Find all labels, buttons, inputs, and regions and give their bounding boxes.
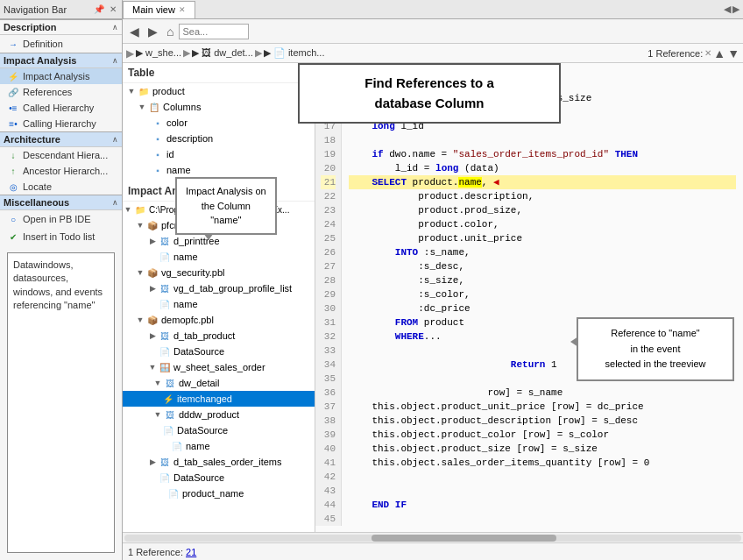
line-num-29: 29 [321, 287, 336, 301]
refs-nav-down[interactable]: ▼ [727, 46, 739, 60]
calling-hierarchy-label: Calling Hierarchy [23, 118, 96, 129]
calling-hierarchy-item[interactable]: ≡• Calling Hierarchy [0, 116, 122, 131]
itemchanged-node[interactable]: ⚡ itemchanged [123, 391, 315, 407]
open-pb-ide-item[interactable]: ○ Open in PB IDE [0, 210, 122, 228]
line-num-26: 26 [321, 245, 336, 259]
dddw-ds-node[interactable]: 📄 DataSource [123, 422, 315, 438]
dwdetail-node[interactable]: ▼ 🖼 dw_detail [123, 375, 315, 391]
architecture-section-header[interactable]: Architecture ∧ [0, 131, 122, 147]
col-id[interactable]: ▪ id [123, 146, 315, 162]
line-num-19: 19 [321, 147, 336, 161]
definition-item[interactable]: → Definition [0, 35, 122, 53]
description-section-header[interactable]: Description ∧ [0, 19, 122, 35]
descendant-hierarchy-item[interactable]: ↓ Descendant Hiera... [0, 147, 122, 163]
dprinttree-expand-icon[interactable]: ▶ [147, 237, 158, 245]
wsales-node[interactable]: ▼ 🪟 w_sheet_sales_order [123, 359, 315, 375]
tab-close-button[interactable]: ✕ [179, 5, 186, 14]
impact-analysis-item[interactable]: ⚡ Impact Analysis [0, 68, 122, 84]
breadcrumb-item-2[interactable]: ▶ 🖼 dw_det... [192, 47, 253, 59]
prodname-node[interactable]: 📄 product_name [123, 486, 315, 501]
columns-node[interactable]: ▼ 📋 Columns [123, 99, 315, 115]
breadcrumb-item-3[interactable]: ▶ 📄 itemch... [264, 47, 325, 59]
code-line-27: :s_desc, [349, 259, 736, 273]
locate-icon: ◎ [7, 181, 19, 193]
home-button[interactable]: ⌂ [163, 23, 177, 40]
dtabsales-node[interactable]: ▶ 🖼 d_tab_sales_order_items [123, 454, 315, 470]
open-pb-icon: ○ [7, 213, 19, 225]
right-panel: Main view ✕ ◀ ▶ ◀ ▶ ⌂ ▶ ▶ w_she... ▶ [123, 0, 743, 560]
col-name-icon: ▪ [151, 163, 165, 177]
wsales-expand-icon[interactable]: ▼ [147, 363, 158, 372]
vgsecurity-node[interactable]: ▼ 📦 vg_security.pbl [123, 265, 315, 280]
dwdetail-expand-icon[interactable]: ▼ [152, 379, 163, 387]
description-section-arrow: ∧ [112, 23, 118, 32]
col-id-icon: ▪ [151, 147, 165, 161]
pin-icon[interactable]: 📌 [92, 4, 106, 14]
ancestor-hierarchy-item[interactable]: ↑ Ancestor Hierarch... [0, 163, 122, 179]
misc-section-arrow: ∧ [112, 198, 118, 207]
find-refs-text: Find References to adatabase Column [364, 75, 494, 110]
demopfc-expand-icon[interactable]: ▼ [135, 315, 145, 324]
search-input[interactable] [179, 24, 249, 39]
forward-button[interactable]: ▶ [145, 23, 161, 40]
open-pb-label: Open in PB IDE [23, 214, 91, 224]
breadcrumb-expand-icon[interactable]: ▶ [126, 47, 134, 60]
dddw-expand-icon[interactable]: ▼ [152, 410, 163, 419]
scroll-thumb[interactable] [372, 535, 556, 542]
code-line-40: this.object.product_size [row] = s_size [349, 442, 736, 456]
vgdtab-node[interactable]: ▶ 🖼 vg_d_tab_group_profile_list [123, 280, 315, 296]
col-description[interactable]: ▪ description [123, 131, 315, 146]
breadcrumb-item-1[interactable]: ▶ w_she... [136, 47, 181, 59]
code-line-42 [349, 470, 736, 484]
close-icon[interactable]: ✕ [108, 4, 118, 14]
refs-close-button[interactable]: ✕ [704, 48, 711, 58]
col-desc-text: description [166, 133, 213, 144]
demopfc-node[interactable]: ▼ 📦 demopfc.pbl [123, 312, 315, 328]
locate-item[interactable]: ◎ Locate [0, 179, 122, 195]
status-refs-link[interactable]: 21 [186, 547, 196, 557]
vgdtab-expand-icon[interactable]: ▶ [147, 284, 158, 293]
impact-analysis-icon: ⚡ [7, 70, 19, 82]
dprinttree-node[interactable]: ▶ 🖼 d_printtree [123, 233, 315, 249]
itemchanged-text: itemchanged [177, 393, 232, 404]
dtabsales-ds-node[interactable]: 📄 DataSource [123, 470, 315, 486]
pfcmain-expand-icon[interactable]: ▼ [135, 221, 145, 230]
insert-todo-item[interactable]: ✔ Insert in Todo list [0, 228, 122, 245]
demopfc-text: demopfc.pbl [161, 315, 214, 325]
misc-section-header[interactable]: Miscellaneous ∧ [0, 195, 122, 210]
impact-section-header[interactable]: Impact Analysis ∧ [0, 53, 122, 68]
line-num-28: 28 [321, 273, 336, 287]
col-color[interactable]: ▪ color [123, 115, 315, 131]
references-item[interactable]: 🔗 References [0, 84, 122, 100]
vgdtab-text: vg_d_tab_group_profile_list [173, 283, 292, 294]
product-expand-icon[interactable]: ▼ [126, 87, 137, 96]
dtabsales-expand-icon[interactable]: ▶ [147, 457, 158, 466]
tab-nav-left[interactable]: ◀ [724, 4, 731, 15]
demopfc-icon: 📦 [145, 313, 159, 327]
columns-icon: 📋 [147, 100, 161, 114]
definition-icon: → [7, 38, 19, 50]
col-name[interactable]: ▪ name [123, 162, 315, 178]
vgsecurity-expand-icon[interactable]: ▼ [135, 268, 145, 277]
product-node[interactable]: ▼ 📁 product [123, 83, 315, 99]
dddw-node[interactable]: ▼ 🖼 dddw_product [123, 407, 315, 422]
called-hierarchy-item[interactable]: •≡ Called Hierarchy [0, 100, 122, 116]
code-area: 13 14 15 16 17 18 19 20 21 22 23 24 [315, 63, 743, 526]
col-desc-icon: ▪ [151, 131, 165, 145]
refs-nav-up[interactable]: ▲ [713, 46, 725, 60]
dtabproduct-ds-node[interactable]: 📄 DataSource [123, 344, 315, 359]
dtabproduct-node[interactable]: ▶ 🖼 d_tab_product [123, 328, 315, 344]
ancestor-label: Ancestor Hierarch... [23, 166, 108, 176]
line-num-24: 24 [321, 217, 336, 231]
main-view-tab[interactable]: Main view ✕ [123, 1, 195, 18]
root-expand-icon[interactable]: ▼ [123, 205, 133, 214]
dtabproduct-expand-icon[interactable]: ▶ [147, 331, 158, 340]
back-button[interactable]: ◀ [126, 23, 143, 40]
pfcmain-name-node[interactable]: 📄 name [123, 249, 315, 265]
horizontal-scrollbar[interactable] [123, 532, 743, 542]
scroll-track[interactable] [124, 535, 741, 542]
columns-expand-icon[interactable]: ▼ [137, 103, 147, 111]
tab-nav-right[interactable]: ▶ [732, 4, 739, 15]
vgsec-name-node[interactable]: 📄 name [123, 296, 315, 312]
dddw-name-node[interactable]: 📄 name [123, 438, 315, 454]
